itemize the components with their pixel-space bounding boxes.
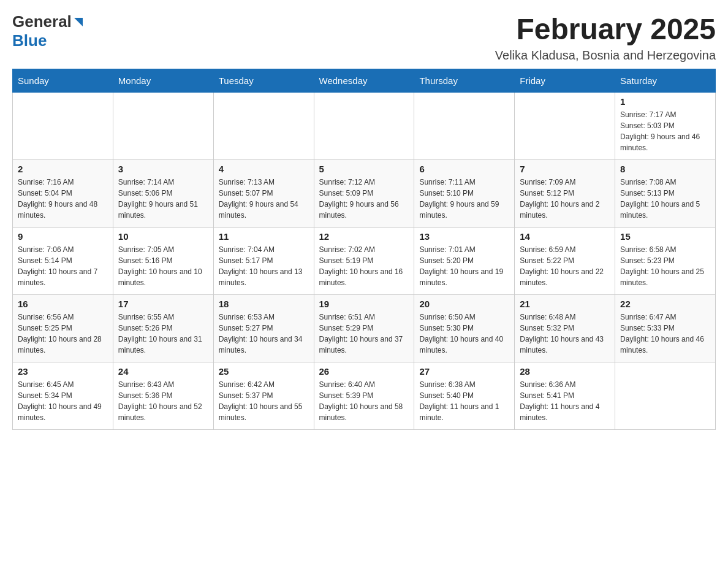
day-cell [314,93,414,160]
day-number: 27 [419,366,509,377]
day-cell: 3Sunrise: 7:14 AMSunset: 5:06 PMDaylight… [113,160,213,228]
sunset-text: Sunset: 5:17 PM [219,255,309,266]
day-info: Sunrise: 7:11 AMSunset: 5:10 PMDaylight:… [419,177,509,221]
daylight-text: Daylight: 10 hours and 55 minutes. [219,401,309,423]
day-info: Sunrise: 7:17 AMSunset: 5:03 PMDaylight:… [620,109,710,153]
sunrise-text: Sunrise: 6:38 AM [419,379,509,390]
day-cell [13,93,113,160]
week-row-4: 16Sunrise: 6:56 AMSunset: 5:25 PMDayligh… [13,295,716,362]
day-info: Sunrise: 6:55 AMSunset: 5:26 PMDaylight:… [118,312,208,356]
day-number: 25 [219,366,309,377]
day-cell [515,93,615,160]
day-cell [113,93,213,160]
sunrise-text: Sunrise: 6:47 AM [620,312,710,323]
sunrise-text: Sunrise: 6:42 AM [219,379,309,390]
day-cell: 4Sunrise: 7:13 AMSunset: 5:07 PMDaylight… [213,160,314,228]
day-info: Sunrise: 6:47 AMSunset: 5:33 PMDaylight:… [620,312,710,356]
sunrise-text: Sunrise: 7:17 AM [620,109,710,120]
day-info: Sunrise: 7:06 AMSunset: 5:14 PMDaylight:… [18,244,108,288]
week-row-5: 23Sunrise: 6:45 AMSunset: 5:34 PMDayligh… [13,362,716,430]
day-cell: 11Sunrise: 7:04 AMSunset: 5:17 PMDayligh… [213,228,314,295]
day-info: Sunrise: 6:43 AMSunset: 5:36 PMDaylight:… [118,379,208,423]
day-number: 14 [520,231,610,242]
sunrise-text: Sunrise: 6:53 AM [219,312,309,323]
day-number: 5 [319,164,409,174]
daylight-text: Daylight: 10 hours and 10 minutes. [118,266,208,288]
daylight-text: Daylight: 10 hours and 37 minutes. [319,334,409,356]
day-info: Sunrise: 6:38 AMSunset: 5:40 PMDaylight:… [419,379,509,423]
day-info: Sunrise: 7:02 AMSunset: 5:19 PMDaylight:… [319,244,409,288]
day-info: Sunrise: 7:12 AMSunset: 5:09 PMDaylight:… [319,177,409,221]
sunset-text: Sunset: 5:10 PM [419,188,509,199]
day-cell: 23Sunrise: 6:45 AMSunset: 5:34 PMDayligh… [13,362,113,430]
day-cell: 19Sunrise: 6:51 AMSunset: 5:29 PMDayligh… [314,295,414,362]
logo-general-text: General [12,12,72,31]
day-cell: 27Sunrise: 6:38 AMSunset: 5:40 PMDayligh… [414,362,515,430]
sunrise-text: Sunrise: 6:59 AM [520,244,610,255]
day-info: Sunrise: 6:36 AMSunset: 5:41 PMDaylight:… [520,379,610,423]
day-cell [615,362,716,430]
day-info: Sunrise: 6:56 AMSunset: 5:25 PMDaylight:… [18,312,108,356]
day-cell: 22Sunrise: 6:47 AMSunset: 5:33 PMDayligh… [615,295,716,362]
daylight-text: Daylight: 9 hours and 48 minutes. [18,199,108,221]
day-cell: 8Sunrise: 7:08 AMSunset: 5:13 PMDaylight… [615,160,716,228]
day-cell: 24Sunrise: 6:43 AMSunset: 5:36 PMDayligh… [113,362,213,430]
week-row-3: 9Sunrise: 7:06 AMSunset: 5:14 PMDaylight… [13,228,716,295]
location-subtitle: Velika Kladusa, Bosnia and Herzegovina [495,48,716,63]
sunrise-text: Sunrise: 6:48 AM [520,312,610,323]
day-number: 12 [319,231,409,242]
day-number: 3 [118,164,208,174]
day-number: 4 [219,164,309,174]
week-row-1: 1Sunrise: 7:17 AMSunset: 5:03 PMDaylight… [13,93,716,160]
daylight-text: Daylight: 9 hours and 54 minutes. [219,199,309,221]
sunset-text: Sunset: 5:34 PM [18,390,108,401]
daylight-text: Daylight: 10 hours and 28 minutes. [18,334,108,356]
sunrise-text: Sunrise: 7:12 AM [319,177,409,188]
day-info: Sunrise: 6:48 AMSunset: 5:32 PMDaylight:… [520,312,610,356]
day-cell: 6Sunrise: 7:11 AMSunset: 5:10 PMDaylight… [414,160,515,228]
svg-marker-0 [74,18,83,26]
day-cell: 2Sunrise: 7:16 AMSunset: 5:04 PMDaylight… [13,160,113,228]
page-header: General Blue February 2025 Velika Kladus… [12,12,716,63]
day-cell [213,93,314,160]
sunset-text: Sunset: 5:14 PM [18,255,108,266]
day-cell: 16Sunrise: 6:56 AMSunset: 5:25 PMDayligh… [13,295,113,362]
daylight-text: Daylight: 10 hours and 34 minutes. [219,334,309,356]
sunset-text: Sunset: 5:39 PM [319,390,409,401]
day-number: 9 [18,231,108,242]
logo-blue-text: Blue [12,31,47,50]
daylight-text: Daylight: 10 hours and 22 minutes. [520,266,610,288]
day-number: 19 [319,299,409,309]
sunrise-text: Sunrise: 6:50 AM [419,312,509,323]
day-cell: 14Sunrise: 6:59 AMSunset: 5:22 PMDayligh… [515,228,615,295]
day-cell: 25Sunrise: 6:42 AMSunset: 5:37 PMDayligh… [213,362,314,430]
day-number: 10 [118,231,208,242]
day-number: 7 [520,164,610,174]
day-number: 20 [419,299,509,309]
sunrise-text: Sunrise: 6:51 AM [319,312,409,323]
sunset-text: Sunset: 5:13 PM [620,188,710,199]
header-sunday: Sunday [13,69,113,93]
day-info: Sunrise: 7:16 AMSunset: 5:04 PMDaylight:… [18,177,108,221]
sunset-text: Sunset: 5:22 PM [520,255,610,266]
day-number: 2 [18,164,108,174]
day-number: 15 [620,231,710,242]
header-thursday: Thursday [414,69,515,93]
header-saturday: Saturday [615,69,716,93]
week-row-2: 2Sunrise: 7:16 AMSunset: 5:04 PMDaylight… [13,160,716,228]
sunset-text: Sunset: 5:25 PM [18,323,108,334]
month-title: February 2025 [495,12,716,46]
day-info: Sunrise: 6:59 AMSunset: 5:22 PMDaylight:… [520,244,610,288]
day-cell: 12Sunrise: 7:02 AMSunset: 5:19 PMDayligh… [314,228,414,295]
sunset-text: Sunset: 5:03 PM [620,120,710,131]
day-info: Sunrise: 7:08 AMSunset: 5:13 PMDaylight:… [620,177,710,221]
daylight-text: Daylight: 9 hours and 59 minutes. [419,199,509,221]
day-number: 21 [520,299,610,309]
logo-triangle-icon [73,17,84,28]
day-number: 1 [620,96,710,107]
sunrise-text: Sunrise: 7:04 AM [219,244,309,255]
sunrise-text: Sunrise: 6:40 AM [319,379,409,390]
sunrise-text: Sunrise: 6:36 AM [520,379,610,390]
day-cell: 26Sunrise: 6:40 AMSunset: 5:39 PMDayligh… [314,362,414,430]
sunset-text: Sunset: 5:07 PM [219,188,309,199]
